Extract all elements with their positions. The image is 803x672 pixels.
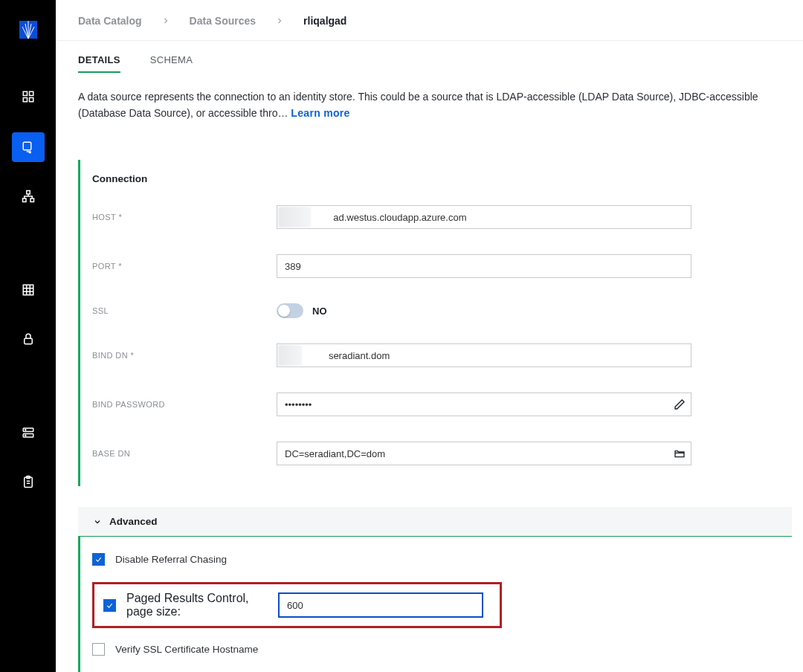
- base-dn-label: BASE DN: [92, 449, 277, 458]
- svg-rect-6: [23, 91, 27, 95]
- edit-icon[interactable]: [674, 398, 686, 410]
- description-text: A data source represents the connection …: [78, 91, 758, 119]
- app-logo-icon: [19, 21, 37, 39]
- sidebar-item-tables[interactable]: [12, 275, 45, 305]
- crumb-root[interactable]: Data Catalog: [78, 15, 142, 27]
- paged-results-checkbox[interactable]: [103, 599, 116, 612]
- lock-icon: [22, 332, 35, 346]
- svg-point-18: [25, 430, 25, 430]
- redacted-overlay: [278, 345, 302, 366]
- sidebar-group-3: [12, 275, 45, 354]
- tree-icon: [22, 190, 35, 203]
- host-input-wrap: [277, 205, 691, 229]
- advanced-body: Disable Referral Chasing Paged Results C…: [78, 537, 792, 672]
- ssl-toggle-wrap: NO: [277, 303, 327, 318]
- folder-open-icon[interactable]: [674, 448, 686, 459]
- bind-password-label: BIND PASSWORD: [92, 400, 277, 409]
- verify-ssl-checkbox[interactable]: [92, 643, 105, 656]
- connection-title: Connection: [92, 173, 792, 184]
- bind-dn-input[interactable]: [277, 343, 691, 367]
- crumb-level-1[interactable]: Data Sources: [190, 15, 256, 27]
- svg-point-19: [25, 435, 25, 436]
- host-label: HOST *: [92, 213, 277, 222]
- chevron-down-icon: [93, 517, 102, 526]
- connection-section: Connection HOST * PORT * SSL NO BIND DN …: [78, 160, 792, 486]
- sidebar-group-4: [12, 418, 45, 497]
- ssl-toggle[interactable]: [277, 303, 303, 318]
- svg-rect-15: [24, 338, 32, 344]
- disable-referral-checkbox[interactable]: [92, 553, 105, 566]
- main-content: Data Catalog Data Sources rliqalgad DETA…: [56, 0, 803, 672]
- sidebar-group-1: [12, 82, 45, 112]
- server-icon: [22, 426, 35, 439]
- clipboard-icon: [22, 475, 35, 488]
- chevron-right-icon: [161, 16, 170, 25]
- paged-results-input[interactable]: [278, 592, 483, 618]
- bind-password-input[interactable]: [277, 392, 691, 416]
- grid-icon: [22, 90, 35, 103]
- advanced-title: Advanced: [109, 516, 158, 527]
- svg-rect-9: [29, 98, 33, 102]
- svg-rect-14: [23, 285, 33, 295]
- bind-dn-input-wrap: [277, 343, 691, 367]
- tab-schema[interactable]: SCHEMA: [150, 54, 193, 73]
- check-icon: [106, 601, 114, 610]
- app-sidebar: [0, 0, 56, 672]
- paged-results-label: Paged Results Control, page size:: [126, 592, 268, 618]
- tabs: DETAILS SCHEMA: [56, 41, 803, 73]
- field-bind-dn: BIND DN *: [92, 343, 792, 367]
- verify-ssl-row: Verify SSL Certificate Hostname: [92, 643, 792, 656]
- breadcrumb: Data Catalog Data Sources rliqalgad: [56, 0, 803, 41]
- crumb-current: rliqalgad: [303, 15, 346, 27]
- base-dn-input-wrap: [277, 442, 691, 465]
- advanced-header[interactable]: Advanced: [78, 507, 792, 537]
- sidebar-item-schema-tree[interactable]: [12, 181, 45, 211]
- port-label: PORT *: [92, 262, 277, 271]
- bind-password-input-wrap: [277, 392, 691, 416]
- svg-rect-7: [29, 91, 33, 95]
- svg-rect-13: [30, 198, 34, 202]
- verify-ssl-label: Verify SSL Certificate Hostname: [115, 644, 258, 655]
- svg-rect-11: [26, 191, 30, 195]
- base-dn-input[interactable]: [277, 442, 691, 465]
- field-base-dn: BASE DN: [92, 442, 792, 465]
- disable-referral-label: Disable Referral Chasing: [115, 554, 227, 565]
- learn-more-link[interactable]: Learn more: [291, 107, 349, 119]
- ssl-value: NO: [312, 306, 327, 317]
- svg-rect-12: [22, 198, 26, 202]
- port-input[interactable]: [277, 254, 691, 278]
- host-input[interactable]: [277, 205, 691, 229]
- disable-referral-row: Disable Referral Chasing: [92, 553, 792, 566]
- table-icon: [22, 283, 35, 297]
- svg-rect-8: [23, 98, 27, 102]
- data-source-icon: [22, 140, 35, 154]
- sidebar-item-tasks[interactable]: [12, 467, 45, 497]
- ssl-label: SSL: [92, 306, 277, 315]
- field-bind-password: BIND PASSWORD: [92, 392, 792, 416]
- toggle-knob: [278, 305, 290, 317]
- redacted-overlay: [278, 207, 311, 227]
- sidebar-group-2: [12, 132, 45, 211]
- sidebar-item-dashboard[interactable]: [12, 82, 45, 112]
- sidebar-item-data-sources[interactable]: [12, 132, 45, 162]
- paged-results-row: Paged Results Control, page size:: [92, 582, 502, 628]
- sidebar-item-servers[interactable]: [12, 418, 45, 448]
- bind-dn-label: BIND DN *: [92, 351, 277, 360]
- description: A data source represents the connection …: [56, 73, 803, 121]
- field-host: HOST *: [92, 205, 792, 229]
- check-icon: [94, 555, 103, 563]
- sidebar-item-security[interactable]: [12, 324, 45, 354]
- field-ssl: SSL NO: [92, 303, 792, 318]
- tab-details[interactable]: DETAILS: [78, 54, 120, 73]
- svg-rect-10: [23, 142, 31, 150]
- field-port: PORT *: [92, 254, 792, 278]
- chevron-right-icon: [275, 16, 284, 25]
